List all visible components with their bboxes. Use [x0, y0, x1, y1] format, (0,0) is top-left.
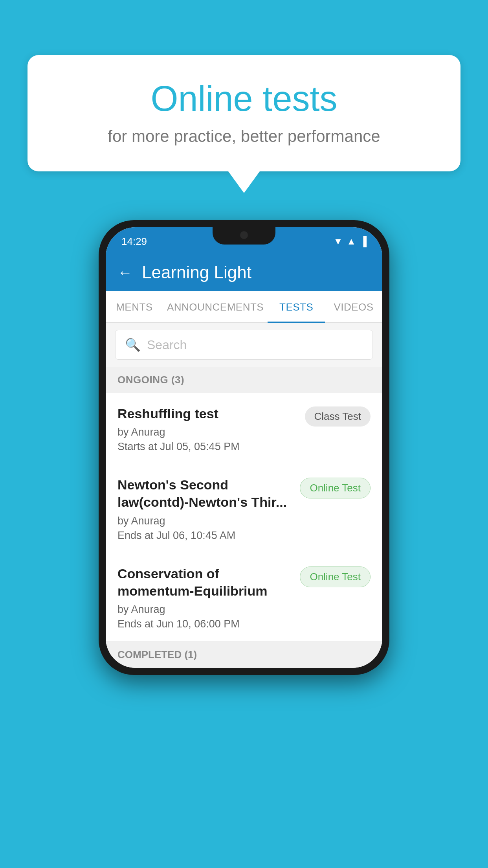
status-icons: ▼ ▲ ▐ — [333, 236, 367, 247]
bubble-title: Online tests — [59, 79, 429, 119]
test-by: by Anurag — [117, 515, 292, 527]
test-item[interactable]: Newton's Second law(contd)-Newton's Thir… — [106, 464, 382, 553]
test-by: by Anurag — [117, 426, 297, 438]
back-button[interactable]: ← — [117, 264, 132, 281]
battery-icon: ▐ — [360, 236, 367, 247]
phone-mockup: 14:29 ▼ ▲ ▐ ← Learning Light MENTS ANNOU… — [99, 220, 389, 675]
test-info: Conservation of momentum-Equilibrium by … — [117, 565, 292, 630]
completed-section-header: COMPLETED (1) — [106, 642, 382, 668]
tab-bar: MENTS ANNOUNCEMENTS TESTS VIDEOS — [106, 291, 382, 323]
test-badge-class: Class Test — [305, 406, 371, 427]
test-name: Conservation of momentum-Equilibrium — [117, 565, 292, 600]
tab-ments[interactable]: MENTS — [106, 291, 163, 322]
test-time: Starts at Jul 05, 05:45 PM — [117, 441, 297, 453]
signal-icon: ▲ — [347, 236, 356, 247]
test-info: Reshuffling test by Anurag Starts at Jul… — [117, 405, 297, 453]
test-time: Ends at Jun 10, 06:00 PM — [117, 618, 292, 630]
search-placeholder: Search — [147, 338, 187, 352]
search-container: 🔍 Search — [106, 323, 382, 367]
phone-outer: 14:29 ▼ ▲ ▐ ← Learning Light MENTS ANNOU… — [99, 220, 389, 675]
search-icon: 🔍 — [125, 337, 141, 352]
test-time: Ends at Jul 06, 10:45 AM — [117, 530, 292, 542]
test-by: by Anurag — [117, 603, 292, 616]
search-box[interactable]: 🔍 Search — [115, 330, 373, 360]
tab-tests[interactable]: TESTS — [268, 291, 325, 322]
bubble-tail — [228, 171, 260, 193]
promo-section: Online tests for more practice, better p… — [28, 55, 460, 193]
app-title: Learning Light — [142, 263, 251, 282]
test-info: Newton's Second law(contd)-Newton's Thir… — [117, 476, 292, 541]
phone-notch — [213, 227, 275, 245]
speech-bubble: Online tests for more practice, better p… — [28, 55, 460, 171]
status-time: 14:29 — [121, 235, 147, 248]
test-badge-online: Online Test — [300, 478, 371, 498]
tab-announcements[interactable]: ANNOUNCEMENTS — [163, 291, 268, 322]
tab-videos[interactable]: VIDEOS — [325, 291, 382, 322]
test-name: Newton's Second law(contd)-Newton's Thir… — [117, 476, 292, 511]
app-bar: ← Learning Light — [106, 254, 382, 291]
bubble-subtitle: for more practice, better performance — [59, 127, 429, 146]
wifi-icon: ▼ — [333, 236, 343, 247]
test-name: Reshuffling test — [117, 405, 297, 422]
test-badge-online-2: Online Test — [300, 566, 371, 587]
phone-screen: 14:29 ▼ ▲ ▐ ← Learning Light MENTS ANNOU… — [106, 227, 382, 668]
test-item[interactable]: Conservation of momentum-Equilibrium by … — [106, 553, 382, 642]
ongoing-section-header: ONGOING (3) — [106, 367, 382, 393]
camera-dot — [240, 231, 248, 239]
test-item[interactable]: Reshuffling test by Anurag Starts at Jul… — [106, 393, 382, 464]
